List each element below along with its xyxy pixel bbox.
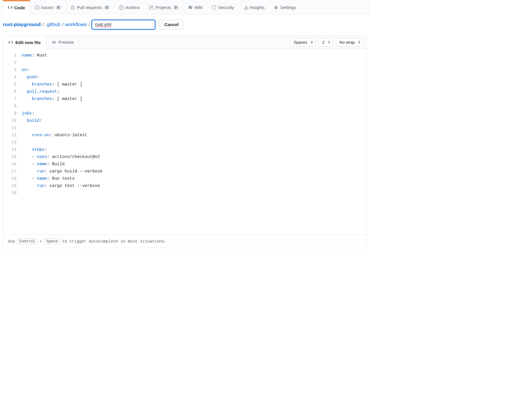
tab-projects-label: Projects bbox=[155, 5, 171, 10]
code-content[interactable]: push: bbox=[22, 74, 39, 81]
tab-actions-label: Actions bbox=[125, 5, 140, 10]
editor-box: Edit new file Preview Spaces ▲▼ 2 ▲▼ No … bbox=[3, 35, 367, 248]
line-number: 18 bbox=[3, 175, 22, 182]
tab-issues[interactable]: Issues 0 bbox=[30, 0, 66, 14]
code-line[interactable]: 13 bbox=[3, 139, 367, 146]
tab-security-label: Security bbox=[218, 5, 234, 10]
tab-settings[interactable]: Settings bbox=[269, 0, 300, 14]
filename-input[interactable] bbox=[92, 20, 155, 30]
code-content[interactable]: run: cargo build --verbose bbox=[22, 168, 102, 175]
code-content[interactable]: run: cargo test --verbose bbox=[22, 182, 100, 190]
line-number: 15 bbox=[3, 153, 22, 161]
breadcrumb-dir-github[interactable]: .github bbox=[45, 22, 60, 28]
editor-footer-hint: Use Control + Space to trigger autocompl… bbox=[3, 234, 367, 248]
code-line[interactable]: 8 bbox=[3, 103, 367, 110]
code-line[interactable]: 7 branches: [ master ] bbox=[3, 95, 367, 103]
code-line[interactable]: 2 bbox=[3, 59, 367, 66]
breadcrumb: rust-playground / .github / workflows / … bbox=[0, 14, 370, 35]
code-content[interactable]: branches: [ master ] bbox=[22, 81, 82, 88]
tab-pull-requests[interactable]: Pull requests 0 bbox=[66, 0, 114, 14]
code-icon bbox=[8, 40, 13, 45]
graph-icon bbox=[243, 5, 248, 10]
tab-security[interactable]: Security bbox=[207, 0, 238, 14]
code-content[interactable]: build: bbox=[22, 117, 42, 124]
code-content[interactable]: jobs: bbox=[22, 110, 34, 117]
code-line[interactable]: 9jobs: bbox=[3, 110, 367, 117]
code-line[interactable]: 15 - uses: actions/checkout@v2 bbox=[3, 153, 367, 161]
code-line[interactable]: 11 bbox=[3, 124, 367, 132]
cancel-button[interactable]: Cancel bbox=[159, 19, 183, 30]
git-pull-request-icon bbox=[71, 5, 75, 10]
code-line[interactable]: 6 pull_request: bbox=[3, 88, 367, 95]
code-line[interactable]: 17 run: cargo build --verbose bbox=[3, 168, 367, 175]
line-number: 3 bbox=[3, 66, 22, 74]
issue-icon bbox=[35, 5, 39, 10]
line-number: 5 bbox=[3, 81, 22, 88]
code-content[interactable]: - name: Run tests bbox=[22, 175, 75, 182]
code-line[interactable]: 19 run: cargo test --verbose bbox=[3, 182, 367, 190]
pulls-count: 0 bbox=[104, 5, 110, 10]
code-line[interactable]: 12 runs-on: ubuntu-latest bbox=[3, 132, 367, 139]
breadcrumb-repo-link[interactable]: rust-playground bbox=[3, 22, 41, 28]
line-number: 10 bbox=[3, 117, 22, 124]
code-line[interactable]: 16 - name: Build bbox=[3, 161, 367, 168]
editor-tabs: Edit new file Preview Spaces ▲▼ 2 ▲▼ No … bbox=[3, 36, 367, 49]
line-number: 1 bbox=[3, 52, 22, 59]
code-content[interactable]: name: Rust bbox=[22, 52, 47, 59]
shield-icon bbox=[212, 5, 216, 10]
line-number: 12 bbox=[3, 132, 22, 139]
code-line[interactable]: 4 push: bbox=[3, 74, 367, 81]
line-number: 14 bbox=[3, 146, 22, 153]
tab-insights[interactable]: Insights bbox=[239, 0, 269, 14]
line-number: 6 bbox=[3, 88, 22, 95]
code-line[interactable]: 20 bbox=[3, 190, 367, 197]
line-number: 11 bbox=[3, 124, 22, 132]
kbd-control: Control bbox=[17, 238, 38, 244]
hint-pre: Use bbox=[8, 239, 15, 244]
indent-size-value: 2 bbox=[322, 40, 325, 45]
tab-preview[interactable]: Preview bbox=[46, 36, 79, 49]
hint-plus: + bbox=[40, 239, 42, 244]
breadcrumb-sep: / bbox=[42, 22, 44, 28]
play-circle-icon bbox=[119, 5, 124, 10]
code-line[interactable]: 14 steps: bbox=[3, 146, 367, 153]
code-content[interactable]: steps: bbox=[22, 146, 47, 153]
eye-icon bbox=[52, 40, 56, 45]
code-line[interactable]: 3on: bbox=[3, 66, 367, 74]
tab-code-label: Code bbox=[14, 5, 25, 10]
breadcrumb-sep: / bbox=[61, 22, 64, 28]
line-number: 20 bbox=[3, 190, 22, 197]
tab-actions[interactable]: Actions bbox=[114, 0, 144, 14]
wrap-mode-select[interactable]: No wrap ▲▼ bbox=[336, 38, 363, 47]
line-number: 8 bbox=[3, 103, 22, 110]
tab-issues-label: Issues bbox=[41, 5, 54, 10]
tab-edit-file[interactable]: Edit new file bbox=[3, 36, 46, 49]
code-line[interactable]: 18 - name: Run tests bbox=[3, 175, 367, 182]
tab-code[interactable]: Code bbox=[3, 0, 30, 14]
kbd-space: Space bbox=[44, 238, 60, 244]
indent-size-select[interactable]: 2 ▲▼ bbox=[318, 38, 333, 47]
project-icon bbox=[149, 5, 154, 10]
tab-settings-label: Settings bbox=[280, 5, 296, 10]
line-number: 2 bbox=[3, 59, 22, 66]
code-content[interactable]: pull_request: bbox=[22, 88, 60, 95]
line-number: 13 bbox=[3, 139, 22, 146]
chevron-updown-icon: ▲▼ bbox=[328, 41, 330, 44]
code-content[interactable]: - uses: actions/checkout@v2 bbox=[22, 153, 100, 161]
code-line[interactable]: 10 build: bbox=[3, 117, 367, 124]
tab-wiki-label: Wiki bbox=[194, 5, 203, 10]
tab-edit-label: Edit new file bbox=[15, 40, 41, 45]
code-content[interactable]: on: bbox=[22, 66, 29, 74]
code-line[interactable]: 5 branches: [ master ] bbox=[3, 81, 367, 88]
code-content[interactable]: - name: Build bbox=[22, 161, 65, 168]
code-content[interactable]: runs-on: ubuntu-latest bbox=[22, 132, 87, 139]
chevron-updown-icon: ▲▼ bbox=[311, 41, 313, 44]
code-line[interactable]: 1name: Rust bbox=[3, 52, 367, 59]
tab-wiki[interactable]: Wiki bbox=[183, 0, 207, 14]
wrap-mode-value: No wrap bbox=[340, 40, 355, 45]
indent-mode-select[interactable]: Spaces ▲▼ bbox=[290, 38, 316, 47]
code-editor[interactable]: 1name: Rust23on:4 push:5 branches: [ mas… bbox=[3, 49, 367, 234]
breadcrumb-dir-workflows[interactable]: workflows bbox=[65, 22, 87, 28]
tab-projects[interactable]: Projects 0 bbox=[144, 0, 183, 14]
code-content[interactable]: branches: [ master ] bbox=[22, 95, 82, 103]
